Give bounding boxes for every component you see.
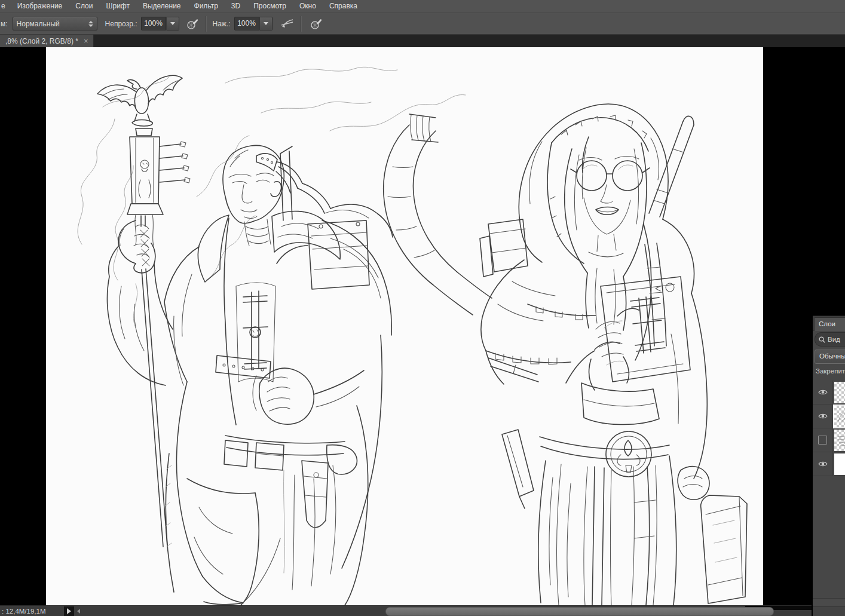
thumbnail-sketch-preview [834,406,845,427]
menu-select[interactable]: Выделение [136,0,188,13]
tablet-pressure-opacity-icon[interactable] [185,17,200,31]
menu-view[interactable]: Просмотр [247,0,293,13]
visibility-toggle-off[interactable] [813,428,833,452]
layer-filter-type-dropdown[interactable]: Обычные [815,350,845,364]
panel-footer-strip [813,598,845,606]
menu-help[interactable]: Справка [323,0,364,13]
visibility-toggle[interactable] [813,404,833,428]
menu-image[interactable]: Изображение [11,0,69,13]
sketch-staff [97,75,190,547]
horizontal-scrollbar-thumb[interactable] [385,607,774,616]
visibility-toggle[interactable] [813,452,833,476]
sketch-adept-figure [384,104,747,605]
opacity-label: Непрозр.: [105,20,137,28]
layer-thumbnail[interactable] [834,382,845,403]
document-tab-title: ,8% (Слой 2, RGB/8) * [5,37,78,45]
close-tab-icon[interactable]: × [84,37,88,45]
layer-list [813,381,845,476]
flow-field: 100% [234,17,273,30]
document-canvas[interactable] [46,47,763,605]
menu-type[interactable]: Шрифт [99,0,136,13]
eye-icon [818,461,828,467]
document-size-readout: : 12,4M/19,1M [2,608,46,615]
panel-footer-bar [813,606,845,616]
menu-filter[interactable]: Фильтр [188,0,225,13]
layers-panel: Слои Вид Обычные Закрепить [813,315,845,616]
right-triangle-icon [67,608,71,614]
document-tab-bar: ,8% (Слой 2, RGB/8) * × [0,35,845,47]
opacity-field: 100% [141,17,179,30]
opacity-dropdown-button[interactable] [166,17,179,30]
flow-input[interactable]: 100% [234,17,259,30]
sketch-artwork [46,47,763,605]
layers-panel-tab-strip: Слои [813,316,845,331]
flow-dropdown-button[interactable] [259,17,273,30]
eye-icon [818,413,828,419]
menu-3d[interactable]: 3D [225,0,247,13]
status-bar: : 12,4M/19,1M [0,605,812,616]
layer-thumbnail[interactable] [834,406,845,427]
layer-thumbnail[interactable] [834,453,845,475]
opacity-input[interactable]: 100% [141,17,166,30]
tablet-pressure-size-icon[interactable] [280,17,295,31]
separator [301,16,302,32]
menu-window[interactable]: Окно [293,0,323,13]
updown-arrows-icon [88,21,93,27]
layer-row-4-background[interactable] [813,452,845,476]
thumbnail-sketch-preview [834,430,845,451]
blend-mode-value: Нормальный [17,20,86,28]
flow-label: Наж.: [213,20,231,28]
separator [206,16,207,32]
layer-filter-kind-label: Вид [828,336,840,343]
photoshop-window: е Изображение Слои Шрифт Выделение Фильт… [0,0,845,616]
blend-mode-label: м: [1,20,8,28]
status-flyout-button[interactable] [64,606,74,616]
airbrush-icon[interactable] [309,17,323,31]
layer-thumbnail[interactable] [834,430,845,451]
layer-row-1[interactable] [813,381,845,404]
menu-bar: е Изображение Слои Шрифт Выделение Фильт… [0,0,845,13]
layer-row-2-selected[interactable] [813,404,845,428]
blend-mode-select[interactable]: Нормальный [13,17,97,30]
eye-icon [818,389,828,396]
menu-layers[interactable]: Слои [69,0,99,13]
visibility-toggle[interactable] [813,381,833,404]
tab-layers[interactable]: Слои [814,317,845,331]
tool-options-bar: м: Нормальный Непрозр.: 100% Наж.: 100% [0,13,845,35]
empty-visibility-box [818,436,827,445]
menu-edit-truncated[interactable]: е [0,0,11,13]
lock-label: Закрепить [816,367,845,375]
pasteboard [0,47,845,605]
layer-row-3-hidden[interactable] [813,428,845,452]
document-tab[interactable]: ,8% (Слой 2, RGB/8) * × [0,35,94,47]
layer-filter-search[interactable]: Вид [815,332,845,347]
left-triangle-icon [77,609,80,614]
search-icon [819,336,825,343]
